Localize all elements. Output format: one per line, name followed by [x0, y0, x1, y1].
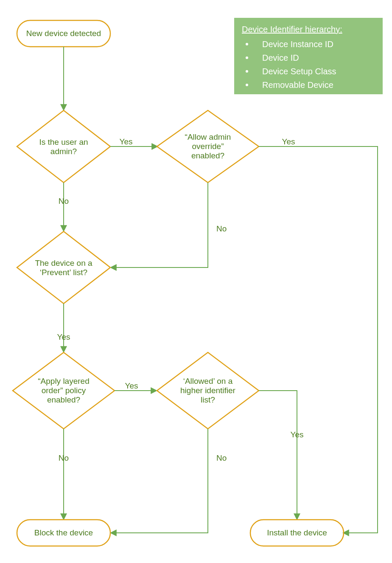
svg-text:admin?: admin? [50, 147, 77, 156]
node-layered-policy: “Apply layered order” policy enabled? [13, 352, 115, 429]
node-block: Block the device [17, 520, 110, 546]
svg-text:override”: override” [192, 142, 224, 151]
svg-text:“Allow admin: “Allow admin [185, 132, 231, 141]
svg-text:higher identifier: higher identifier [180, 386, 236, 395]
label-yes: Yes [57, 332, 70, 341]
svg-text:list?: list? [201, 395, 215, 404]
label-yes: Yes [120, 137, 133, 146]
legend-item: Device Setup Class [262, 67, 336, 76]
svg-text:The device on a: The device on a [35, 259, 92, 267]
svg-text:order” policy: order” policy [42, 386, 86, 395]
svg-point-1 [246, 43, 248, 45]
svg-text:Block the device: Block the device [34, 528, 93, 537]
svg-point-2 [246, 56, 248, 59]
legend-item: Removable Device [262, 80, 333, 90]
label-no: No [59, 453, 69, 462]
label-yes: Yes [291, 430, 304, 439]
svg-text:“Apply layered: “Apply layered [38, 377, 89, 386]
node-allow-override: “Allow admin override” enabled? [157, 110, 259, 183]
edge-higher-yes [259, 391, 297, 519]
svg-text:Install the device: Install the device [267, 528, 327, 537]
legend-item: Device ID [262, 53, 299, 62]
legend-box: Device Identifier hierarchy: Device Inst… [234, 18, 383, 94]
label-no: No [59, 197, 69, 205]
svg-text:enabled?: enabled? [191, 151, 224, 160]
svg-text:enabled?: enabled? [47, 395, 80, 404]
edge-override-no [111, 183, 208, 267]
edge-higher-no [111, 429, 208, 533]
svg-text:‘Allowed’ on a: ‘Allowed’ on a [183, 377, 233, 386]
label-yes: Yes [282, 137, 295, 146]
node-install: Install the device [250, 520, 344, 546]
label-yes: Yes [125, 381, 138, 390]
flowchart-canvas: Device Identifier hierarchy: Device Inst… [0, 0, 392, 563]
legend-item: Device Instance ID [262, 39, 333, 49]
svg-text:Is the user an: Is the user an [39, 138, 88, 146]
node-higher-identifier: ‘Allowed’ on a higher identifier list? [157, 352, 259, 429]
edge-override-yes [259, 146, 378, 533]
svg-point-4 [246, 84, 248, 86]
svg-text:New device detected: New device detected [26, 29, 101, 38]
label-no: No [216, 224, 227, 233]
legend-title: Device Identifier hierarchy: [242, 25, 342, 34]
node-start: New device detected [17, 20, 110, 47]
label-no: No [216, 453, 227, 462]
svg-text:‘Prevent’ list?: ‘Prevent’ list? [40, 268, 87, 277]
svg-point-3 [246, 70, 248, 73]
node-is-admin: Is the user an admin? [17, 110, 110, 183]
node-prevent-list: The device on a ‘Prevent’ list? [17, 231, 110, 304]
